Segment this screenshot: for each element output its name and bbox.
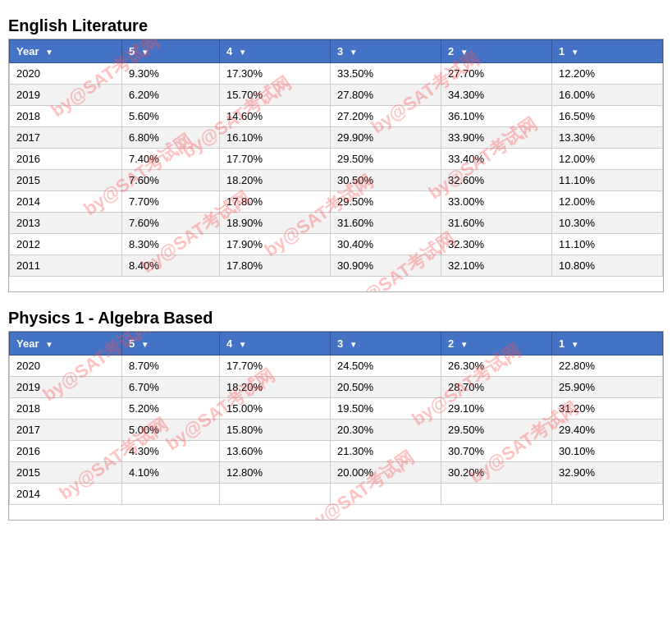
physics-title: Physics 1 - Algebra Based	[8, 309, 664, 328]
table-cell: 20.50%	[331, 377, 441, 398]
table-cell: 32.30%	[441, 234, 551, 255]
table-cell: 11.10%	[551, 234, 662, 255]
table-cell: 11.10%	[551, 170, 662, 191]
table-cell: 6.80%	[121, 127, 219, 149]
table-cell: 13.30%	[551, 127, 662, 149]
4-filter-icon[interactable]: ▼	[239, 48, 247, 57]
table-row: 20185.20%15.00%19.50%29.10%31.20%	[10, 398, 663, 420]
table-cell: 32.60%	[441, 170, 551, 191]
2-filter-icon[interactable]: ▼	[460, 48, 469, 57]
table-cell: 2020	[10, 355, 122, 377]
en-col-4[interactable]: 4 ▼	[220, 40, 331, 63]
table-cell: 26.30%	[441, 355, 551, 377]
1-filter-icon[interactable]: ▼	[571, 48, 579, 57]
table-cell	[331, 484, 441, 505]
physics-section: Physics 1 - Algebra Based by@SAT考试网 by@S…	[8, 309, 664, 521]
ph-year-filter-icon[interactable]: ▼	[45, 340, 53, 349]
table-cell: 12.20%	[551, 63, 662, 85]
ph-col-2[interactable]: 2 ▼	[441, 333, 551, 355]
table-cell: 2015	[10, 170, 122, 191]
table-cell: 22.80%	[551, 355, 662, 377]
table-cell: 8.70%	[121, 355, 219, 377]
en-col-1[interactable]: 1 ▼	[551, 40, 662, 63]
table-cell: 4.30%	[121, 441, 219, 462]
english-literature-table: Year ▼ 5 ▼ 4 ▼ 3 ▼ 2 ▼ 1 ▼ 20209.30%17.3…	[9, 39, 663, 277]
table-cell: 8.40%	[121, 255, 219, 277]
table-cell: 18.20%	[220, 377, 331, 398]
ph-3-filter-icon[interactable]: ▼	[350, 340, 358, 349]
table-cell: 15.70%	[220, 85, 331, 106]
table-cell: 5.00%	[121, 420, 219, 441]
table-cell: 27.70%	[441, 63, 551, 85]
ph-4-filter-icon[interactable]: ▼	[239, 340, 247, 349]
table-cell: 14.60%	[220, 106, 331, 127]
ph-2-filter-icon[interactable]: ▼	[460, 340, 469, 349]
table-cell: 2011	[10, 255, 122, 277]
ph-col-year[interactable]: Year ▼	[10, 333, 122, 355]
table-cell: 20.30%	[331, 420, 441, 441]
ph-1-filter-icon[interactable]: ▼	[571, 340, 579, 349]
table-row: 20147.70%17.80%29.50%33.00%12.00%	[10, 191, 663, 213]
table-cell: 29.10%	[441, 398, 551, 420]
ph-col-3[interactable]: 3 ▼	[331, 333, 441, 355]
3-filter-icon[interactable]: ▼	[350, 48, 358, 57]
english-header-row: Year ▼ 5 ▼ 4 ▼ 3 ▼ 2 ▼ 1 ▼	[10, 40, 663, 63]
table-cell: 2015	[10, 462, 122, 484]
table-cell: 12.80%	[220, 462, 331, 484]
table-cell: 13.60%	[220, 441, 331, 462]
table-cell: 2016	[10, 441, 122, 462]
table-row: 20176.80%16.10%29.90%33.90%13.30%	[10, 127, 663, 149]
table-cell: 17.70%	[220, 355, 331, 377]
table-row: 20154.10%12.80%20.00%30.20%32.90%	[10, 462, 663, 484]
table-row: 2014	[10, 484, 663, 505]
ph-col-4[interactable]: 4 ▼	[220, 333, 331, 355]
table-cell: 9.30%	[121, 63, 219, 85]
table-cell: 2020	[10, 63, 122, 85]
en-col-year[interactable]: Year ▼	[10, 40, 122, 63]
table-cell: 10.30%	[551, 213, 662, 234]
table-cell	[441, 484, 551, 505]
table-cell: 2019	[10, 85, 122, 106]
table-cell: 12.00%	[551, 149, 662, 170]
english-literature-title: English Literature	[8, 16, 664, 35]
table-cell: 31.20%	[551, 398, 662, 420]
table-cell: 33.50%	[331, 63, 441, 85]
table-cell	[220, 484, 331, 505]
english-literature-section: English Literature by@SAT考试网 by@SAT考试网 b…	[8, 16, 664, 292]
table-row: 20137.60%18.90%31.60%31.60%10.30%	[10, 213, 663, 234]
table-cell: 12.00%	[551, 191, 662, 213]
en-col-2[interactable]: 2 ▼	[441, 40, 551, 63]
en-col-3[interactable]: 3 ▼	[331, 40, 441, 63]
5-filter-icon[interactable]: ▼	[141, 48, 149, 57]
year-filter-icon[interactable]: ▼	[45, 48, 53, 57]
table-cell: 5.60%	[121, 106, 219, 127]
table-cell: 30.40%	[331, 234, 441, 255]
ph-col-5[interactable]: 5 ▼	[121, 333, 219, 355]
table-cell: 20.00%	[331, 462, 441, 484]
table-cell: 2014	[10, 484, 122, 505]
table-cell: 33.90%	[441, 127, 551, 149]
table-cell: 2014	[10, 191, 122, 213]
table-cell: 29.50%	[331, 191, 441, 213]
table-cell: 29.40%	[551, 420, 662, 441]
table-cell: 7.60%	[121, 170, 219, 191]
table-cell: 16.10%	[220, 127, 331, 149]
en-col-5[interactable]: 5 ▼	[121, 40, 219, 63]
table-cell: 32.90%	[551, 462, 662, 484]
table-row: 20157.60%18.20%30.50%32.60%11.10%	[10, 170, 663, 191]
table-cell: 18.90%	[220, 213, 331, 234]
table-row: 20164.30%13.60%21.30%30.70%30.10%	[10, 441, 663, 462]
ph-col-1[interactable]: 1 ▼	[551, 333, 662, 355]
table-row: 20196.70%18.20%20.50%28.70%25.90%	[10, 377, 663, 398]
table-cell: 2013	[10, 213, 122, 234]
physics-table: Year ▼ 5 ▼ 4 ▼ 3 ▼ 2 ▼ 1 ▼ 20208.70%17.7…	[9, 332, 663, 505]
table-cell: 6.20%	[121, 85, 219, 106]
table-cell: 2019	[10, 377, 122, 398]
table-cell: 2016	[10, 149, 122, 170]
table-row: 20167.40%17.70%29.50%33.40%12.00%	[10, 149, 663, 170]
table-cell: 33.00%	[441, 191, 551, 213]
table-cell: 15.80%	[220, 420, 331, 441]
table-cell: 2018	[10, 106, 122, 127]
ph-5-filter-icon[interactable]: ▼	[141, 340, 149, 349]
table-cell: 16.00%	[551, 85, 662, 106]
